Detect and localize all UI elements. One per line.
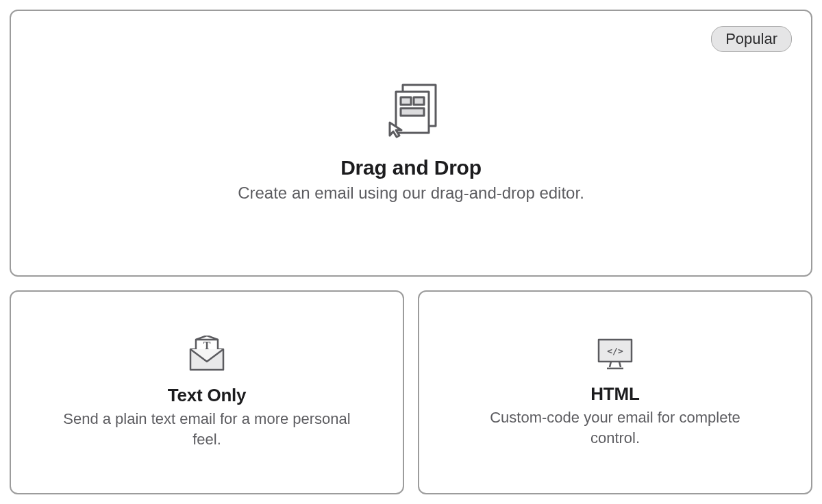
svg-rect-2: [401, 97, 411, 105]
card-title: Drag and Drop: [340, 156, 482, 179]
card-title: Text Only: [168, 385, 247, 406]
card-subtitle: Send a plain text email for a more perso…: [63, 409, 351, 449]
svg-rect-4: [401, 108, 424, 116]
drag-drop-editor-icon: [382, 82, 440, 138]
card-subtitle: Custom-code your email for complete cont…: [471, 407, 759, 448]
text-envelope-icon: T: [186, 336, 227, 373]
svg-text:</>: </>: [607, 346, 623, 356]
card-drag-and-drop[interactable]: Popular Drag and Drop Create an email us…: [10, 10, 812, 277]
card-subtitle: Create an email using our drag-and-drop …: [238, 182, 584, 204]
svg-text:T: T: [203, 340, 211, 351]
card-text-only[interactable]: T Text Only Send a plain text email for …: [10, 290, 404, 494]
code-monitor-icon: </>: [596, 337, 634, 371]
card-title: HTML: [590, 383, 639, 405]
svg-rect-3: [414, 97, 424, 105]
popular-badge: Popular: [711, 26, 792, 52]
card-html[interactable]: </> HTML Custom-code your email for comp…: [418, 290, 812, 494]
